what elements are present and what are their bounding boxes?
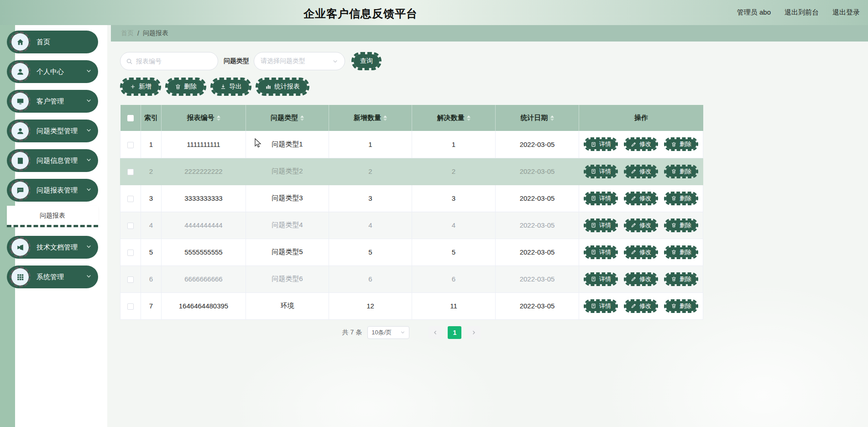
query-button-label: 查询 [360,57,373,65]
row-checkbox[interactable] [127,303,134,310]
table-row: 33333333333问题类型3332022-03-05详情修改删除 [120,185,703,212]
sort-caret-icon[interactable] [467,115,471,121]
row-delete-button[interactable]: 删除 [664,299,698,313]
row-edit-button[interactable]: 修改 [624,299,658,313]
chevron-down-icon [86,243,92,251]
col-header-report-no[interactable]: 报表编号 [162,105,246,131]
row-report-no: 6666666666 [162,266,246,292]
chevron-right-icon [471,330,476,335]
row-actions-cell: 详情修改删除 [579,212,703,239]
row-delete-button[interactable]: 删除 [664,219,698,232]
chevron-down-icon [86,97,92,105]
row-added: 3 [329,185,412,212]
next-page-button[interactable] [467,326,481,339]
row-delete-button[interactable]: 删除 [664,245,698,259]
sort-caret-icon[interactable] [217,115,220,121]
row-edit-button[interactable]: 修改 [624,219,658,232]
sort-caret-icon[interactable] [300,115,304,121]
select-all-checkbox[interactable] [127,115,134,121]
query-button[interactable]: 查询 [351,52,382,70]
row-actions-cell: 详情修改删除 [579,158,703,185]
issue-type-select[interactable]: 请选择问题类型 [254,52,345,70]
chevron-down-icon [86,186,92,194]
row-edit-button[interactable]: 修改 [624,245,658,259]
row-detail-button[interactable]: 详情 [584,165,618,178]
row-checkbox[interactable] [127,276,134,283]
row-delete-button[interactable]: 删除 [664,137,698,151]
row-detail-button-label: 详情 [599,221,611,229]
export-button[interactable]: 导出 [210,78,251,96]
row-delete-button[interactable]: 删除 [664,165,698,178]
row-detail-button[interactable]: 详情 [584,192,618,205]
col-header-added[interactable]: 新增数量 [329,105,412,131]
row-actions: 详情修改删除 [581,137,701,151]
edit-icon [631,168,637,174]
sidebar-item-customer[interactable]: 客户管理 [7,90,98,113]
row-edit-button[interactable]: 修改 [624,165,658,178]
row-detail-button[interactable]: 详情 [584,219,618,232]
add-button[interactable]: 新增 [120,78,161,96]
detail-icon [591,195,596,201]
row-checkbox[interactable] [127,196,134,202]
col-header-solved[interactable]: 解决数量 [412,105,496,131]
sidebar-item-label: 问题类型管理 [37,127,86,135]
row-detail-button[interactable]: 详情 [584,299,618,313]
row-date: 2022-03-05 [496,185,579,212]
current-user[interactable]: 管理员 abo [737,8,771,17]
row-checkbox[interactable] [127,142,134,148]
row-edit-button[interactable]: 修改 [624,272,658,286]
row-edit-button[interactable]: 修改 [624,192,658,205]
stats-report-button[interactable]: 统计报表 [256,78,309,96]
row-detail-button[interactable]: 详情 [584,245,618,259]
row-date: 2022-03-05 [496,292,579,319]
detail-icon [591,141,596,147]
logout-link[interactable]: 退出登录 [832,8,860,17]
delete-button[interactable]: 删除 [165,78,206,96]
row-detail-button[interactable]: 详情 [584,137,618,151]
sidebar-item-label: 问题报表管理 [37,186,86,195]
detail-icon [591,276,596,282]
sidebar-subitem-issue-report-list[interactable]: 问题报表 [7,206,98,227]
trash-icon [671,195,677,201]
sidebar-item-personal[interactable]: 个人中心 [7,60,98,83]
chevron-down-icon [86,156,92,165]
report-no-input[interactable] [136,57,212,65]
row-checkbox[interactable] [127,169,134,175]
row-delete-button[interactable]: 删除 [664,192,698,205]
row-actions: 详情修改删除 [581,192,701,205]
row-edit-button-label: 修改 [639,275,651,283]
row-edit-button[interactable]: 修改 [624,137,658,151]
prev-page-button[interactable] [429,326,442,339]
book-icon [10,150,31,171]
page-size-select[interactable]: 10条/页 [367,326,409,339]
sidebar-item-home[interactable]: 首页 [7,31,98,53]
sidebar-item-issue-type[interactable]: 问题类型管理 [7,120,98,142]
sidebar-item-issue-report[interactable]: 问题报表管理 [7,179,98,202]
row-delete-button-label: 删除 [680,302,691,310]
row-index: 7 [141,292,162,319]
row-detail-button-label: 详情 [599,194,611,203]
sidebar-item-system[interactable]: 系统管理 [7,266,98,288]
col-header-date[interactable]: 统计日期 [496,105,579,131]
row-edit-button-label: 修改 [639,194,651,203]
row-checkbox[interactable] [127,250,134,256]
row-actions-cell: 详情修改删除 [579,239,703,266]
row-solved: 4 [412,212,496,239]
sort-caret-icon[interactable] [550,115,554,121]
monitor-icon [10,91,31,112]
page-number-1[interactable]: 1 [448,326,461,339]
filter-bar: 问题类型 请选择问题类型 查询 [120,52,868,70]
pagination: 共 7 条 10条/页 1 [120,326,703,339]
row-detail-button[interactable]: 详情 [584,272,618,286]
row-checkbox[interactable] [127,223,134,229]
row-delete-button[interactable]: 删除 [664,272,698,286]
sidebar-item-tech-doc[interactable]: 技术文档管理 [7,236,98,259]
sidebar-item-issue-info[interactable]: 问题信息管理 [7,149,98,172]
row-edit-button-label: 修改 [639,302,651,310]
row-type: 问题类型6 [246,266,329,292]
sort-caret-icon[interactable] [383,115,387,121]
breadcrumb-home[interactable]: 首页 [121,29,134,37]
col-header-type[interactable]: 问题类型 [246,105,329,131]
exit-to-front-link[interactable]: 退出到前台 [784,8,819,17]
row-detail-button-label: 详情 [599,140,611,148]
